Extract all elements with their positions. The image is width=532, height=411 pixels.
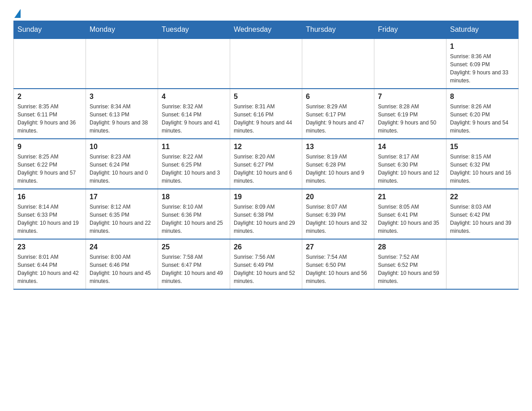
calendar-week-3: 9Sunrise: 8:25 AM Sunset: 6:22 PM Daylig… bbox=[14, 139, 519, 189]
calendar-cell: 13Sunrise: 8:19 AM Sunset: 6:28 PM Dayli… bbox=[302, 139, 374, 189]
calendar-cell: 12Sunrise: 8:20 AM Sunset: 6:27 PM Dayli… bbox=[230, 139, 302, 189]
calendar-cell bbox=[230, 39, 302, 89]
calendar-header-row: SundayMondayTuesdayWednesdayThursdayFrid… bbox=[14, 21, 519, 39]
day-number: 1 bbox=[450, 43, 515, 51]
day-info: Sunrise: 8:03 AM Sunset: 6:42 PM Dayligh… bbox=[450, 203, 515, 235]
calendar-cell: 11Sunrise: 8:22 AM Sunset: 6:25 PM Dayli… bbox=[158, 139, 230, 189]
calendar-cell: 5Sunrise: 8:31 AM Sunset: 6:16 PM Daylig… bbox=[230, 89, 302, 139]
day-header-sunday: Sunday bbox=[14, 21, 86, 39]
calendar-table: SundayMondayTuesdayWednesdayThursdayFrid… bbox=[13, 21, 519, 290]
day-info: Sunrise: 8:07 AM Sunset: 6:39 PM Dayligh… bbox=[306, 203, 370, 235]
day-info: Sunrise: 8:12 AM Sunset: 6:35 PM Dayligh… bbox=[90, 203, 154, 235]
calendar-cell bbox=[374, 39, 446, 89]
day-header-wednesday: Wednesday bbox=[230, 21, 302, 39]
day-number: 27 bbox=[306, 243, 370, 251]
calendar-cell: 24Sunrise: 8:00 AM Sunset: 6:46 PM Dayli… bbox=[86, 239, 158, 289]
calendar-cell: 16Sunrise: 8:14 AM Sunset: 6:33 PM Dayli… bbox=[14, 189, 86, 239]
calendar-week-1: 1Sunrise: 8:36 AM Sunset: 6:09 PM Daylig… bbox=[14, 39, 519, 89]
day-number: 16 bbox=[17, 193, 82, 201]
day-info: Sunrise: 8:31 AM Sunset: 6:16 PM Dayligh… bbox=[234, 103, 298, 135]
calendar-cell: 17Sunrise: 8:12 AM Sunset: 6:35 PM Dayli… bbox=[86, 189, 158, 239]
calendar-cell: 19Sunrise: 8:09 AM Sunset: 6:38 PM Dayli… bbox=[230, 189, 302, 239]
calendar-cell: 6Sunrise: 8:29 AM Sunset: 6:17 PM Daylig… bbox=[302, 89, 374, 139]
calendar-cell: 25Sunrise: 7:58 AM Sunset: 6:47 PM Dayli… bbox=[158, 239, 230, 289]
calendar-cell: 28Sunrise: 7:52 AM Sunset: 6:52 PM Dayli… bbox=[374, 239, 446, 289]
day-number: 3 bbox=[90, 93, 154, 101]
calendar-cell: 20Sunrise: 8:07 AM Sunset: 6:39 PM Dayli… bbox=[302, 189, 374, 239]
day-number: 23 bbox=[17, 243, 82, 251]
day-info: Sunrise: 7:58 AM Sunset: 6:47 PM Dayligh… bbox=[162, 253, 226, 285]
day-info: Sunrise: 8:01 AM Sunset: 6:44 PM Dayligh… bbox=[17, 253, 82, 285]
day-number: 20 bbox=[306, 193, 370, 201]
calendar-cell: 3Sunrise: 8:34 AM Sunset: 6:13 PM Daylig… bbox=[86, 89, 158, 139]
day-header-monday: Monday bbox=[86, 21, 158, 39]
day-info: Sunrise: 8:14 AM Sunset: 6:33 PM Dayligh… bbox=[17, 203, 82, 235]
day-number: 2 bbox=[17, 93, 82, 101]
day-header-thursday: Thursday bbox=[302, 21, 374, 39]
day-header-tuesday: Tuesday bbox=[158, 21, 230, 39]
calendar-cell: 1Sunrise: 8:36 AM Sunset: 6:09 PM Daylig… bbox=[446, 39, 519, 89]
calendar-cell: 21Sunrise: 8:05 AM Sunset: 6:41 PM Dayli… bbox=[374, 189, 446, 239]
calendar-cell: 15Sunrise: 8:15 AM Sunset: 6:32 PM Dayli… bbox=[446, 139, 519, 189]
calendar-cell: 18Sunrise: 8:10 AM Sunset: 6:36 PM Dayli… bbox=[158, 189, 230, 239]
calendar-cell: 8Sunrise: 8:26 AM Sunset: 6:20 PM Daylig… bbox=[446, 89, 519, 139]
calendar-cell: 23Sunrise: 8:01 AM Sunset: 6:44 PM Dayli… bbox=[14, 239, 86, 289]
day-info: Sunrise: 8:26 AM Sunset: 6:20 PM Dayligh… bbox=[450, 103, 515, 135]
day-info: Sunrise: 8:29 AM Sunset: 6:17 PM Dayligh… bbox=[306, 103, 370, 135]
day-number: 21 bbox=[378, 193, 442, 201]
calendar-cell: 10Sunrise: 8:23 AM Sunset: 6:24 PM Dayli… bbox=[86, 139, 158, 189]
calendar-week-5: 23Sunrise: 8:01 AM Sunset: 6:44 PM Dayli… bbox=[14, 239, 519, 289]
calendar-cell: 9Sunrise: 8:25 AM Sunset: 6:22 PM Daylig… bbox=[14, 139, 86, 189]
calendar-cell bbox=[446, 239, 519, 289]
day-info: Sunrise: 8:35 AM Sunset: 6:11 PM Dayligh… bbox=[17, 103, 82, 135]
day-number: 7 bbox=[378, 93, 442, 101]
calendar-cell: 27Sunrise: 7:54 AM Sunset: 6:50 PM Dayli… bbox=[302, 239, 374, 289]
day-number: 15 bbox=[450, 143, 515, 151]
day-info: Sunrise: 8:36 AM Sunset: 6:09 PM Dayligh… bbox=[450, 52, 515, 85]
day-info: Sunrise: 8:32 AM Sunset: 6:14 PM Dayligh… bbox=[162, 103, 226, 135]
day-number: 14 bbox=[378, 143, 442, 151]
calendar-cell: 14Sunrise: 8:17 AM Sunset: 6:30 PM Dayli… bbox=[374, 139, 446, 189]
day-info: Sunrise: 8:20 AM Sunset: 6:27 PM Dayligh… bbox=[234, 153, 298, 185]
day-info: Sunrise: 7:54 AM Sunset: 6:50 PM Dayligh… bbox=[306, 253, 370, 285]
day-info: Sunrise: 8:15 AM Sunset: 6:32 PM Dayligh… bbox=[450, 153, 515, 185]
calendar-week-2: 2Sunrise: 8:35 AM Sunset: 6:11 PM Daylig… bbox=[14, 89, 519, 139]
day-info: Sunrise: 8:09 AM Sunset: 6:38 PM Dayligh… bbox=[234, 203, 298, 235]
day-number: 24 bbox=[90, 243, 154, 251]
day-number: 25 bbox=[162, 243, 226, 251]
day-number: 6 bbox=[306, 93, 370, 101]
day-number: 18 bbox=[162, 193, 226, 201]
day-info: Sunrise: 8:10 AM Sunset: 6:36 PM Dayligh… bbox=[162, 203, 226, 235]
day-number: 5 bbox=[234, 93, 298, 101]
day-info: Sunrise: 8:05 AM Sunset: 6:41 PM Dayligh… bbox=[378, 203, 442, 235]
day-number: 4 bbox=[162, 93, 226, 101]
day-info: Sunrise: 7:52 AM Sunset: 6:52 PM Dayligh… bbox=[378, 253, 442, 285]
day-number: 9 bbox=[17, 143, 82, 151]
day-info: Sunrise: 8:28 AM Sunset: 6:19 PM Dayligh… bbox=[378, 103, 442, 135]
calendar-cell: 22Sunrise: 8:03 AM Sunset: 6:42 PM Dayli… bbox=[446, 189, 519, 239]
calendar-cell: 4Sunrise: 8:32 AM Sunset: 6:14 PM Daylig… bbox=[158, 89, 230, 139]
calendar-cell bbox=[14, 39, 86, 89]
day-info: Sunrise: 8:25 AM Sunset: 6:22 PM Dayligh… bbox=[17, 153, 82, 185]
day-number: 13 bbox=[306, 143, 370, 151]
day-info: Sunrise: 7:56 AM Sunset: 6:49 PM Dayligh… bbox=[234, 253, 298, 285]
day-header-friday: Friday bbox=[374, 21, 446, 39]
calendar-cell: 7Sunrise: 8:28 AM Sunset: 6:19 PM Daylig… bbox=[374, 89, 446, 139]
calendar-cell: 2Sunrise: 8:35 AM Sunset: 6:11 PM Daylig… bbox=[14, 89, 86, 139]
day-info: Sunrise: 8:22 AM Sunset: 6:25 PM Dayligh… bbox=[162, 153, 226, 185]
day-number: 22 bbox=[450, 193, 515, 201]
day-header-saturday: Saturday bbox=[446, 21, 519, 39]
day-number: 12 bbox=[234, 143, 298, 151]
day-number: 19 bbox=[234, 193, 298, 201]
calendar-cell bbox=[302, 39, 374, 89]
logo-arrow-icon bbox=[14, 9, 21, 18]
day-info: Sunrise: 8:19 AM Sunset: 6:28 PM Dayligh… bbox=[306, 153, 370, 185]
day-number: 11 bbox=[162, 143, 226, 151]
calendar-cell: 26Sunrise: 7:56 AM Sunset: 6:49 PM Dayli… bbox=[230, 239, 302, 289]
day-info: Sunrise: 8:00 AM Sunset: 6:46 PM Dayligh… bbox=[90, 253, 154, 285]
day-info: Sunrise: 8:17 AM Sunset: 6:30 PM Dayligh… bbox=[378, 153, 442, 185]
day-number: 17 bbox=[90, 193, 154, 201]
calendar-cell bbox=[158, 39, 230, 89]
day-number: 26 bbox=[234, 243, 298, 251]
day-number: 8 bbox=[450, 93, 515, 101]
